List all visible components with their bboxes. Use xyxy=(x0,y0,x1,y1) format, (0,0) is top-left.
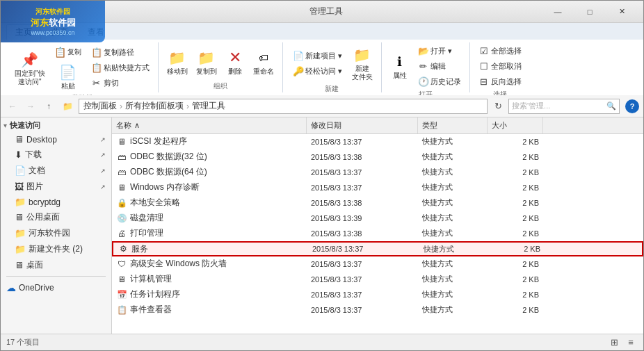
address-path[interactable]: 控制面板 › 所有控制面板项 › 管理工具 xyxy=(79,99,488,114)
forward-button[interactable]: → xyxy=(23,99,38,114)
file-size: 2 KB xyxy=(522,168,539,177)
sidebar-item-desktop2[interactable]: 🖥 桌面 xyxy=(1,257,111,273)
select-items: ☑ 全部选择 ☐ 全部取消 ⊟ 反向选择 xyxy=(476,44,524,88)
cut-button[interactable]: ✂ 剪切 xyxy=(88,76,122,90)
hedong-label: 河东软件园 xyxy=(29,227,70,239)
file-row[interactable]: 🔒 本地安全策略 2015/8/3 13:38 快捷方式 2 KB xyxy=(112,195,643,211)
paste-button[interactable]: 📄 粘贴 xyxy=(51,61,86,92)
sidebar-item-bcryptdg[interactable]: 📁 bcryptdg xyxy=(1,195,111,209)
file-date: 2015/8/3 13:37 xyxy=(311,275,362,284)
invert-icon: ⊟ xyxy=(478,76,490,87)
file-date-cell: 2015/8/3 13:37 xyxy=(308,245,419,253)
search-icon[interactable]: 🔍 xyxy=(606,101,616,111)
properties-icon: ℹ xyxy=(390,52,410,72)
rename-label: 重命名 xyxy=(253,67,274,76)
col-header-type[interactable]: 类型 xyxy=(418,117,488,133)
sidebar-item-hedong[interactable]: 📁 河东软件园 xyxy=(1,225,111,241)
ribbon-group-open: ℹ 属性 📂 打开 ▾ ✏ 编辑 🕐 历史记录 xyxy=(382,42,470,92)
col-header-name[interactable]: 名称 ∧ xyxy=(112,117,307,133)
easy-access-button[interactable]: 🔑 轻松访问 ▾ xyxy=(289,64,346,78)
new-item-label: 新建项目 ▾ xyxy=(305,51,342,61)
col-header-size[interactable]: 大小 xyxy=(488,117,543,133)
sidebar-item-desktop[interactable]: 🖥 Desktop ↗ xyxy=(1,132,111,147)
col-type-label: 类型 xyxy=(422,120,437,131)
file-date-cell: 2015/8/3 13:37 xyxy=(307,260,418,268)
file-row[interactable]: 🛡 高级安全 Windows 防火墙 2015/8/3 13:37 快捷方式 2… xyxy=(112,256,643,272)
deselect-all-button[interactable]: ☐ 全部取消 xyxy=(476,59,524,73)
file-type: 快捷方式 xyxy=(424,244,454,254)
file-row[interactable]: 🖥 Windows 内存诊断 2015/8/3 13:37 快捷方式 2 KB xyxy=(112,180,643,195)
col-header-date[interactable]: 修改日期 xyxy=(307,117,418,133)
sidebar-item-newfolder2[interactable]: 📁 新建文件夹 (2) xyxy=(1,241,111,257)
grid-view-button[interactable]: ⊞ xyxy=(607,336,621,350)
file-row[interactable]: ⚙ 服务 2015/8/3 13:37 快捷方式 2 KB xyxy=(112,241,643,256)
minimize-button[interactable]: — xyxy=(542,1,574,23)
file-type: 快捷方式 xyxy=(422,304,453,315)
file-type: 快捷方式 xyxy=(422,136,453,147)
file-row[interactable]: 📅 任务计划程序 2015/8/3 13:37 快捷方式 2 KB xyxy=(112,287,643,302)
edit-button[interactable]: ✏ 编辑 xyxy=(415,59,449,73)
file-row[interactable]: 💿 磁盘清理 2015/8/3 13:39 快捷方式 2 KB xyxy=(112,211,643,226)
pin-button[interactable]: 📌 固定到"快速访问" xyxy=(12,49,48,88)
open-small: 📂 打开 ▾ ✏ 编辑 🕐 历史记录 xyxy=(415,44,464,88)
file-row[interactable]: 🗃 ODBC 数据源(64 位) 2015/8/3 13:37 快捷方式 2 K… xyxy=(112,165,643,180)
sidebar-item-publicdesktop[interactable]: 🖥 公用桌面 xyxy=(1,209,111,225)
ribbon-group-organize: 📁 移动到 📁 复制到 ✕ 删除 🏷 重命名 组织 xyxy=(159,42,283,92)
file-row[interactable]: 🖨 打印管理 2015/8/3 13:38 快捷方式 2 KB xyxy=(112,226,643,241)
file-row[interactable]: 🖥 计算机管理 2015/8/3 13:37 快捷方式 2 KB xyxy=(112,272,643,287)
file-size: 2 KB xyxy=(522,275,539,284)
help-button[interactable]: ? xyxy=(625,99,639,113)
list-view-button[interactable]: ≡ xyxy=(624,336,638,350)
refresh-button[interactable]: ↻ xyxy=(490,99,506,114)
file-size-cell: 2 KB xyxy=(488,275,543,284)
delete-button[interactable]: ✕ 删除 xyxy=(223,47,248,77)
copy-path-button[interactable]: 📋 复制路径 xyxy=(88,46,137,60)
history-button[interactable]: 🕐 历史记录 xyxy=(415,74,464,88)
open-button[interactable]: 📂 打开 ▾ xyxy=(415,44,455,58)
file-size-cell: 2 KB xyxy=(488,183,543,192)
move-to-button[interactable]: 📁 移动到 xyxy=(164,47,191,77)
maximize-button[interactable]: □ xyxy=(574,1,606,23)
close-button[interactable]: ✕ xyxy=(606,1,638,23)
sidebar-item-pictures[interactable]: 🖼 图片 ↗ xyxy=(1,179,111,195)
watermark-brand: 河东软件园 xyxy=(31,17,76,29)
back-button[interactable]: ← xyxy=(5,99,20,114)
sidebar-item-downloads[interactable]: ⬇ 下载 ↗ xyxy=(1,147,111,163)
file-type-cell: 快捷方式 xyxy=(418,182,488,193)
new-folder-label: 新建文件夹 xyxy=(352,65,373,81)
copy-button[interactable]: 📋 复制 xyxy=(51,44,86,60)
copy-to-button[interactable]: 📁 复制到 xyxy=(193,47,220,77)
invert-selection-button[interactable]: ⊟ 反向选择 xyxy=(476,74,524,88)
cut-label: 剪切 xyxy=(104,78,119,88)
file-row[interactable]: 🖥 iSCSI 发起程序 2015/8/3 13:37 快捷方式 2 KB xyxy=(112,134,643,149)
bc-allitems[interactable]: 所有控制面板项 xyxy=(125,100,184,112)
desktop2-label: 桌面 xyxy=(26,259,43,271)
sidebar-header: ▾ 快速访问 xyxy=(1,117,111,132)
properties-button[interactable]: ℹ 属性 xyxy=(387,51,412,81)
new-item-button[interactable]: 📄 新建项目 ▾ xyxy=(289,49,346,63)
file-type-cell: 快捷方式 xyxy=(418,304,488,315)
file-name-cell: 💿 磁盘清理 xyxy=(112,212,307,224)
rename-button[interactable]: 🏷 重命名 xyxy=(250,47,277,77)
file-type-icon: 🔒 xyxy=(116,197,127,209)
file-type-icon: 🖨 xyxy=(116,228,127,239)
sidebar-item-documents[interactable]: 📄 文档 ↗ xyxy=(1,163,111,179)
bc-admintools[interactable]: 管理工具 xyxy=(192,100,225,112)
select-all-button[interactable]: ☑ 全部选择 xyxy=(476,44,524,58)
up-button[interactable]: ↑ xyxy=(41,99,56,114)
file-date-cell: 2015/8/3 13:37 xyxy=(307,138,418,146)
file-size: 2 KB xyxy=(522,214,539,222)
file-row[interactable]: 📋 事件查看器 2015/8/3 13:37 快捷方式 2 KB xyxy=(112,302,643,318)
new-folder-button[interactable]: 📁 新建文件夹 xyxy=(349,44,376,83)
edit-label: 编辑 xyxy=(430,61,446,72)
search-bar[interactable]: 搜索'管理... 🔍 xyxy=(508,99,620,114)
clipboard-items: 📌 固定到"快速访问" 📋 复制 📄 粘贴 📋 xyxy=(12,44,152,92)
file-row[interactable]: 🗃 ODBC 数据源(32 位) 2015/8/3 13:38 快捷方式 2 K… xyxy=(112,149,643,165)
copy-path-icon: 📋 xyxy=(91,47,102,58)
bcryptdg-label: bcryptdg xyxy=(29,197,61,207)
ribbon-group-clipboard: 📌 固定到"快速访问" 📋 复制 📄 粘贴 📋 xyxy=(6,42,159,92)
bc-controlpanel[interactable]: 控制面板 xyxy=(83,100,117,112)
paste-shortcut-button[interactable]: 📋 粘贴快捷方式 xyxy=(88,61,152,75)
sidebar-collapse[interactable]: ▾ xyxy=(3,122,7,129)
sidebar-item-onedrive[interactable]: ☁ OneDrive xyxy=(1,279,111,296)
